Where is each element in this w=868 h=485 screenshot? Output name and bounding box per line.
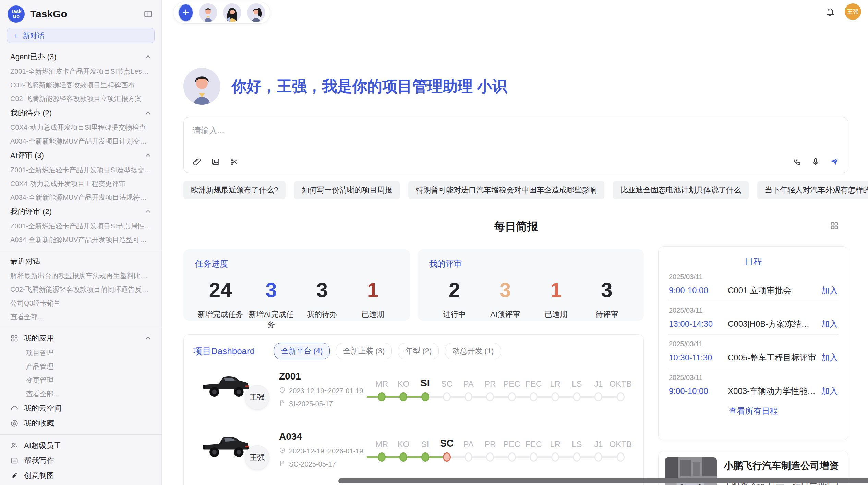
stat: 3待评审 [581,278,632,320]
app-item[interactable]: 产品管理 [0,360,161,373]
section-title: AI评审 (3) [10,150,44,161]
milestone-dot[interactable] [465,392,472,401]
milestone-label: KO [393,374,414,389]
section-header[interactable]: 我的待办 (2) [0,105,161,121]
task-progress-card: 任务进度 24新增完成任务3新增AI完成任务3我的待办1已逾期 [183,249,410,321]
dashboard-tab[interactable]: 全新平台 (4) [274,343,330,359]
milestone-dot[interactable] [443,452,451,462]
dashboard-tab[interactable]: 动总开发 (1) [445,343,501,359]
section-header[interactable]: 我的评审 (2) [0,204,161,219]
app-item[interactable]: 查看全部... [0,387,161,401]
join-link[interactable]: 加入 [821,319,838,329]
milestone-dot[interactable] [421,452,429,462]
project-code[interactable]: A034 [279,431,371,442]
milestone-label: MR [371,435,393,449]
sidebar-item[interactable]: A034-全新新能源MUV产品开发项目法规符合性评审 [0,190,161,204]
logo-line1: Task [11,9,22,14]
project-image: 王强 [193,424,279,475]
dashboard-title: 项目Dashboard [193,345,255,357]
milestone-dot[interactable] [573,452,581,462]
sidebar-item[interactable]: C0X4-动力总成开发项目工程变更评审 [0,177,161,190]
milestone-dot[interactable] [551,392,559,401]
divider [0,250,161,250]
join-link[interactable]: 加入 [821,386,838,397]
section-header[interactable]: Agent已办 (3) [0,49,161,64]
stat-label: 新增AI完成任务 [246,309,297,330]
section-recent-chats[interactable]: 最近对话 [0,254,161,269]
milestone-dot[interactable] [378,392,386,401]
sidebar-item[interactable]: C02-飞腾新能源轻客改款项目立项汇报方案 [0,92,161,105]
recent-chat-item[interactable]: 解释最新出台的欧盟报废车法规再生塑料比例被调至15%... [0,269,161,283]
suggestion-chip[interactable]: 欧洲新规最近颁布了什么? [183,181,286,199]
plus-icon: + [13,31,19,40]
milestone-cell: PA [458,374,479,405]
dashboard-tab[interactable]: 年型 (2) [398,343,439,359]
milestone-dot[interactable] [421,392,429,401]
sidebar-item-help-write[interactable]: 帮我写作 [0,453,161,468]
milestone-dot[interactable] [508,392,516,401]
milestone-label: PR [479,374,501,389]
new-chat-label: 新对话 [23,31,44,40]
recent-chat-item[interactable]: 公司Q3轻卡销量 [0,296,161,310]
sidebar-item-favorites[interactable]: 我的收藏 [0,416,161,431]
sidebar-item[interactable]: Z001-全新燃油轻卡产品开发项目SI造型提交物评审 [0,163,161,177]
sidebar-item-cloud-space[interactable]: 我的云空间 [0,401,161,416]
join-link[interactable]: 加入 [821,285,838,296]
mic-icon[interactable] [811,157,820,166]
milestone-dot[interactable] [551,452,559,462]
app-item[interactable]: 变更管理 [0,373,161,387]
milestone-dot[interactable] [594,452,602,462]
milestone-label: J1 [588,435,609,449]
horizontal-scrollbar[interactable] [338,478,868,483]
panel-collapse-icon[interactable] [144,10,153,18]
paperclip-icon[interactable] [193,157,202,166]
suggestion-chip[interactable]: 比亚迪全固态电池计划具体说了什么 [613,181,749,199]
milestone-dot[interactable] [399,392,407,401]
project-code[interactable]: Z001 [279,371,371,382]
recent-chat-item[interactable]: 查看全部... [0,310,161,324]
milestone-label: LS [566,435,588,449]
milestone-dot[interactable] [508,452,516,462]
milestone-dot[interactable] [530,392,538,401]
milestone-dot[interactable] [617,392,625,401]
milestone-dot[interactable] [573,392,581,401]
join-link[interactable]: 加入 [821,352,838,363]
sidebar-item[interactable]: A034-全新新能源MUV产品开发项目计划变更表编写 [0,134,161,148]
milestone-dot[interactable] [399,452,407,462]
sidebar-item[interactable]: Z001-全新燃油轻卡产品开发项目SI节点属性5D文件评审 [0,219,161,233]
scissors-icon[interactable] [230,157,239,166]
milestone-dot[interactable] [486,452,494,462]
new-chat-button[interactable]: + 新对话 [7,28,155,43]
milestone-dot[interactable] [465,452,472,462]
sidebar-item[interactable]: Z001-全新燃油皮卡产品开发项目SI节点Lesson Learn报告 [0,64,161,78]
milestone-dot[interactable] [443,392,451,401]
app-item[interactable]: 项目管理 [0,346,161,360]
milestone-dot[interactable] [530,452,538,462]
sidebar-item[interactable]: A034-全新新能源MUV产品开发项目造型可行性评审 [0,233,161,247]
section-my-apps[interactable]: 我的应用 [0,331,161,346]
milestone-dot[interactable] [594,392,602,401]
chat-input[interactable]: 请输入... [183,117,848,173]
recent-chat-item[interactable]: C02-飞腾新能源轻客改款项目的闭环通告反馈情况 [0,283,161,296]
milestone-dot[interactable] [378,452,386,462]
send-icon[interactable] [830,157,839,166]
section-header[interactable]: AI评审 (3) [0,148,161,163]
project-dates: 2023-12-19~2027-01-19 [279,387,371,395]
sidebar-item-ai-staff[interactable]: AI超级员工 [0,438,161,453]
dashboard-tab[interactable]: 全新上装 (3) [336,343,392,359]
milestone-dot[interactable] [617,452,625,462]
view-all-schedule-link[interactable]: 查看所有日程 [668,406,839,416]
suggestion-chip[interactable]: 特朗普可能对进口汽车增税会对中国车企造成哪些影响 [408,181,604,199]
image-icon[interactable] [211,157,220,166]
phone-icon[interactable] [793,157,801,166]
logo-line2: Go [13,14,19,19]
sidebar-item[interactable]: C02-飞腾新能源轻客改款项目里程碑画布 [0,78,161,92]
sidebar-item[interactable]: C0X4-动力总成开发项目SI里程碑提交物检查 [0,121,161,134]
milestone-dot[interactable] [486,392,494,401]
suggestion-chip[interactable]: 当下年轻人对汽车外观有怎样的喜好趋势 [757,181,868,199]
sidebar-item-creative-draw[interactable]: 创意制图 [0,468,161,483]
layout-grid-icon[interactable] [830,221,839,230]
daily-brief-title: 每日简报 [183,219,848,234]
stat-label: AI预评审 [480,309,531,320]
suggestion-chip[interactable]: 如何写一份清晰的项目周报 [294,181,400,199]
